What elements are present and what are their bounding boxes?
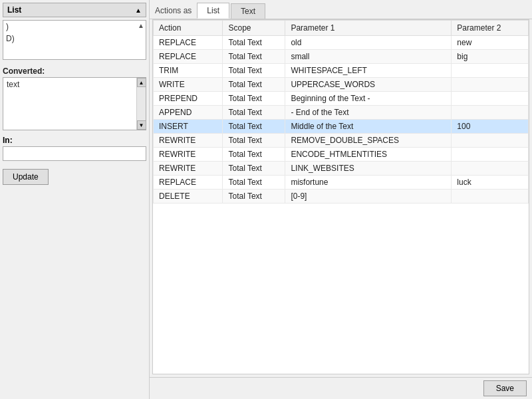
cell-param1-6: Middle of the Text [285, 120, 452, 134]
converted-scrollbar: ▲ ▼ [136, 78, 146, 130]
table-header-row: Action Scope Parameter 1 Parameter 2 [154, 21, 529, 36]
tab-list[interactable]: List [197, 3, 229, 19]
cell-scope-9: Total Text [223, 162, 285, 176]
list-header-label: List [7, 5, 21, 15]
cell-param1-1: small [285, 50, 452, 64]
table-row[interactable]: TRIMTotal TextWHITESPACE_LEFT [154, 64, 529, 78]
panel-collapse-icon[interactable]: ▲ [135, 7, 142, 14]
converted-label: Converted: [3, 66, 146, 76]
table-row[interactable]: DELETETotal Text[0-9] [154, 190, 529, 203]
in-label: In: [3, 136, 146, 145]
table-row[interactable]: APPENDTotal Text- End of the Text [154, 106, 529, 120]
col-header-action: Action [154, 21, 223, 36]
left-panel: List ▲ ▲ ) D) Converted: text ▲ ▼ In: Up… [0, 0, 150, 399]
table-body: REPLACETotal TextoldnewREPLACETotal Text… [154, 36, 529, 203]
cell-action-10: REPLACE [154, 176, 223, 190]
cell-param1-3: UPPERCASE_WORDS [285, 78, 452, 92]
cell-param1-7: REMOVE_DOUBLE_SPACES [285, 134, 452, 148]
cell-scope-1: Total Text [223, 50, 285, 64]
cell-param1-11: [0-9] [285, 190, 452, 203]
cell-action-0: REPLACE [154, 36, 223, 50]
table-row[interactable]: PREPENDTotal TextBeginning of the Text - [154, 92, 529, 106]
table-row[interactable]: WRITETotal TextUPPERCASE_WORDS [154, 78, 529, 92]
cell-param2-3 [452, 78, 529, 92]
cell-param1-4: Beginning of the Text - [285, 92, 452, 106]
cell-param2-11 [452, 190, 529, 203]
cell-scope-6: Total Text [223, 120, 285, 134]
cell-param1-0: old [285, 36, 452, 50]
cell-scope-0: Total Text [223, 36, 285, 50]
list-item-2[interactable]: D) [3, 33, 146, 45]
col-header-param2: Parameter 2 [452, 21, 529, 36]
table-row[interactable]: REPLACETotal Textoldnew [154, 36, 529, 50]
update-button[interactable]: Update [3, 169, 49, 185]
cell-param2-6: 100 [452, 120, 529, 134]
list-box[interactable]: ▲ ) D) [3, 20, 146, 60]
cell-action-1: REPLACE [154, 50, 223, 64]
cell-scope-11: Total Text [223, 190, 285, 203]
converted-content: text [3, 78, 146, 91]
cell-action-6: INSERT [154, 120, 223, 134]
table-row[interactable]: INSERTTotal TextMiddle of the Text100 [154, 120, 529, 134]
actions-table: Action Scope Parameter 1 Parameter 2 REP… [153, 20, 529, 203]
col-header-scope: Scope [223, 21, 285, 36]
cell-param2-7 [452, 134, 529, 148]
left-panel-header: List ▲ [3, 3, 146, 17]
cell-action-5: APPEND [154, 106, 223, 120]
cell-scope-8: Total Text [223, 148, 285, 162]
scroll-down-btn[interactable]: ▼ [137, 120, 146, 130]
cell-action-7: REWRITE [154, 134, 223, 148]
list-item-1[interactable]: ) [3, 21, 146, 33]
cell-param1-2: WHITESPACE_LEFT [285, 64, 452, 78]
cell-action-4: PREPEND [154, 92, 223, 106]
actions-table-container[interactable]: Action Scope Parameter 1 Parameter 2 REP… [152, 19, 529, 374]
list-scroll-arrow[interactable]: ▲ [138, 22, 144, 29]
table-row[interactable]: REWRITETotal TextREMOVE_DOUBLE_SPACES [154, 134, 529, 148]
cell-scope-5: Total Text [223, 106, 285, 120]
right-panel: Actions as List Text Action Scope Parame… [150, 0, 532, 399]
table-row[interactable]: REWRITETotal TextENCODE_HTMLENTITIES [154, 148, 529, 162]
cell-param2-5 [452, 106, 529, 120]
cell-action-11: DELETE [154, 190, 223, 203]
tabs-label: Actions as [155, 6, 192, 15]
cell-param2-4 [452, 92, 529, 106]
cell-scope-10: Total Text [223, 176, 285, 190]
scroll-up-btn[interactable]: ▲ [137, 78, 146, 87]
cell-action-3: WRITE [154, 78, 223, 92]
cell-action-2: TRIM [154, 64, 223, 78]
cell-param2-8 [452, 148, 529, 162]
tab-text[interactable]: Text [231, 3, 265, 19]
cell-param2-0: new [452, 36, 529, 50]
cell-scope-4: Total Text [223, 92, 285, 106]
cell-param2-1: big [452, 50, 529, 64]
cell-param1-9: LINK_WEBSITES [285, 162, 452, 176]
table-row[interactable]: REWRITETotal TextLINK_WEBSITES [154, 162, 529, 176]
cell-param1-8: ENCODE_HTMLENTITIES [285, 148, 452, 162]
save-button[interactable]: Save [483, 380, 527, 396]
cell-param2-2 [452, 64, 529, 78]
cell-action-8: REWRITE [154, 148, 223, 162]
cell-scope-2: Total Text [223, 64, 285, 78]
main-container: List ▲ ▲ ) D) Converted: text ▲ ▼ In: Up… [0, 0, 532, 399]
cell-scope-7: Total Text [223, 134, 285, 148]
cell-param2-9 [452, 162, 529, 176]
table-row[interactable]: REPLACETotal Textmisfortuneluck [154, 176, 529, 190]
cell-action-9: REWRITE [154, 162, 223, 176]
converted-box: text ▲ ▼ [3, 77, 146, 130]
cell-param1-5: - End of the Text [285, 106, 452, 120]
cell-param2-10: luck [452, 176, 529, 190]
cell-scope-3: Total Text [223, 78, 285, 92]
in-input[interactable] [3, 146, 146, 161]
bottom-bar: Save [150, 377, 532, 399]
col-header-param1: Parameter 1 [285, 21, 452, 36]
table-row[interactable]: REPLACETotal Textsmallbig [154, 50, 529, 64]
cell-param1-10: misfortune [285, 176, 452, 190]
tabs-bar: Actions as List Text [150, 0, 532, 19]
